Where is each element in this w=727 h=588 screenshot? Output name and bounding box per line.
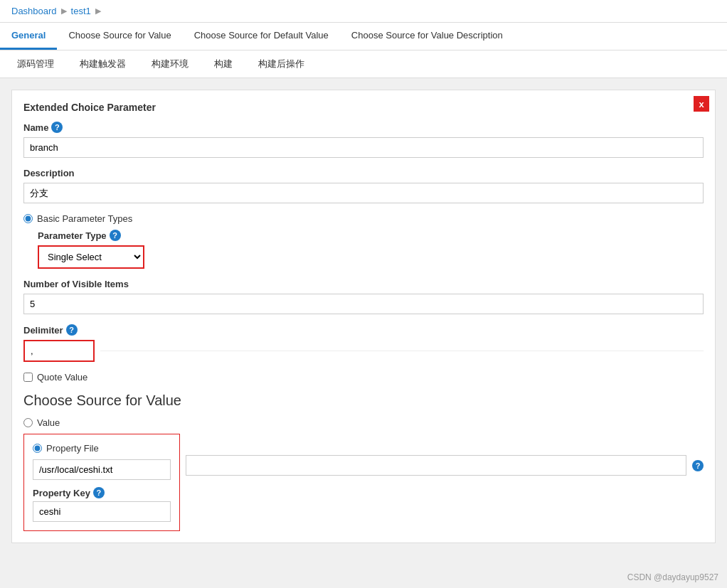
breadcrumb-sep-2: ▶ xyxy=(95,6,101,16)
source-value-label: Value xyxy=(37,417,60,428)
main-content: x Extended Choice Parameter Name ? Descr… xyxy=(0,78,727,588)
delimiter-label: Delimiter ? xyxy=(23,324,704,336)
secondary-tab-bar: 源码管理 构建触发器 构建环境 构建 构建后操作 xyxy=(0,50,727,78)
name-help-icon[interactable]: ? xyxy=(51,122,63,133)
basic-param-types-radio-group: Basic Parameter Types xyxy=(23,213,704,224)
name-field-group: Name ? xyxy=(23,122,704,158)
property-file-radio-option: Property File xyxy=(33,443,171,454)
tab-build[interactable]: 构建 xyxy=(208,55,238,73)
quote-value-row: Quote Value xyxy=(23,372,704,383)
choose-source-heading: Choose Source for Value xyxy=(23,392,704,409)
close-button[interactable]: x xyxy=(694,96,709,112)
description-input[interactable] xyxy=(23,183,704,203)
tab-source-description[interactable]: Choose Source for Value Description xyxy=(340,23,514,50)
card-title: Extended Choice Parameter xyxy=(23,102,704,113)
file-path-help-icon[interactable]: ? xyxy=(692,460,704,471)
property-key-help-icon[interactable]: ? xyxy=(93,487,105,498)
description-field-group: Description xyxy=(23,168,704,203)
delimiter-group: Delimiter ? xyxy=(23,324,704,362)
name-input[interactable] xyxy=(23,137,704,158)
tab-source-value[interactable]: Choose Source for Value xyxy=(57,23,182,50)
visible-items-label: Number of Visible Items xyxy=(23,279,704,289)
property-file-path-field xyxy=(33,459,171,480)
value-radio-option: Value xyxy=(23,417,704,428)
source-section: Value Property File Property Key ? xyxy=(23,417,704,531)
basic-param-types-radio[interactable] xyxy=(23,214,33,223)
parameter-type-help-icon[interactable]: ? xyxy=(110,230,121,241)
visible-items-input[interactable] xyxy=(23,294,704,314)
tab-env[interactable]: 构建环境 xyxy=(146,55,194,73)
breadcrumb-sep-1: ▶ xyxy=(61,6,67,16)
property-file-path-input[interactable] xyxy=(33,459,171,480)
parameter-card: x Extended Choice Parameter Name ? Descr… xyxy=(11,90,716,543)
tab-post[interactable]: 构建后操作 xyxy=(253,55,310,73)
breadcrumb-test1[interactable]: test1 xyxy=(71,6,91,16)
tab-scm[interactable]: 源码管理 xyxy=(11,55,60,73)
description-label: Description xyxy=(23,168,704,178)
name-label: Name ? xyxy=(23,122,704,133)
basic-param-types-label: Basic Parameter Types xyxy=(37,213,132,224)
watermark: CSDN @daydayup9527 xyxy=(627,572,718,582)
property-key-label: Property Key ? xyxy=(33,487,171,498)
delimiter-help-icon[interactable]: ? xyxy=(66,324,78,336)
tab-general[interactable]: General xyxy=(0,23,57,50)
property-file-row: Property File Property Key ? ? xyxy=(23,434,704,531)
breadcrumb-dashboard[interactable]: Dashboard xyxy=(11,6,57,16)
file-path-extended-input[interactable] xyxy=(186,455,686,476)
property-file-box: Property File Property Key ? xyxy=(23,434,180,531)
tab-source-default[interactable]: Choose Source for Default Value xyxy=(183,23,340,50)
breadcrumb: Dashboard ▶ test1 ▶ xyxy=(0,0,727,23)
source-property-file-radio[interactable] xyxy=(33,444,42,453)
property-file-right-area: ? xyxy=(186,434,704,476)
delimiter-input[interactable] xyxy=(23,340,95,362)
source-value-radio[interactable] xyxy=(23,418,33,427)
delimiter-row xyxy=(23,340,704,362)
parameter-type-group: Parameter Type ? Single Select Multi Sel… xyxy=(38,230,704,269)
property-key-input[interactable] xyxy=(33,501,171,522)
file-path-extended-row: ? xyxy=(186,455,704,476)
primary-tab-bar: General Choose Source for Value Choose S… xyxy=(0,23,727,50)
tab-triggers[interactable]: 构建触发器 xyxy=(74,55,132,73)
parameter-type-select[interactable]: Single Select Multi Select Radio Buttons… xyxy=(38,245,144,269)
quote-value-label: Quote Value xyxy=(37,372,87,383)
quote-value-checkbox[interactable] xyxy=(23,373,33,382)
visible-items-group: Number of Visible Items xyxy=(23,279,704,314)
source-property-file-label: Property File xyxy=(46,443,99,454)
parameter-type-label: Parameter Type ? xyxy=(38,230,704,241)
